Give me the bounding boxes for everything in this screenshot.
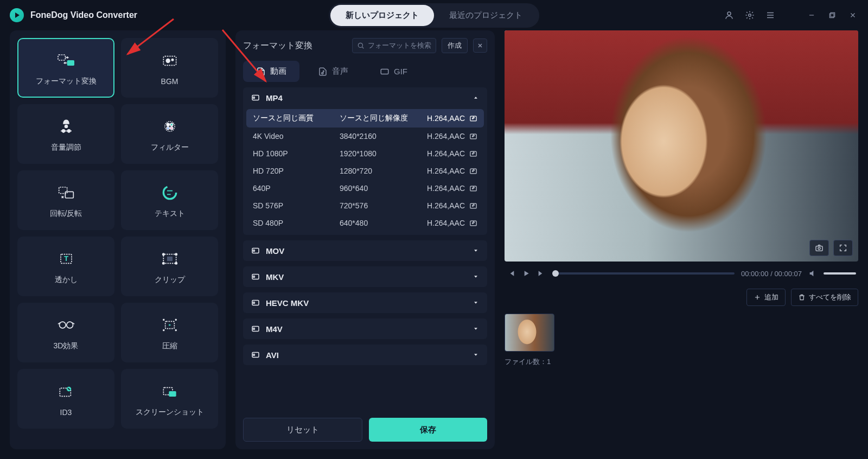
format-row[interactable]: HD 1080P1920*1080H.264,AAC: [246, 145, 484, 162]
seek-slider[interactable]: [552, 272, 735, 275]
chevron-down-icon: [472, 247, 480, 254]
tool-label: BGM: [161, 77, 178, 86]
tool-0[interactable]: フォーマット変換: [17, 38, 114, 98]
tool-5[interactable]: テキスト: [121, 170, 218, 230]
format-group[interactable]: M4V: [243, 318, 487, 339]
window-close[interactable]: [847, 10, 858, 21]
format-panel: フォーマット変換 フォーマットを検索 作成 動画 音声 GIF: [235, 30, 495, 449]
edit-icon[interactable]: [469, 114, 477, 123]
tab-recent-projects[interactable]: 最近のプロジェクト: [434, 5, 538, 26]
svg-point-12: [164, 122, 174, 131]
media-tab-video[interactable]: 動画: [243, 61, 299, 82]
svg-point-25: [175, 253, 177, 255]
svg-point-24: [162, 253, 164, 255]
svg-rect-37: [381, 69, 388, 74]
panel-close-button[interactable]: [473, 39, 487, 53]
format-row[interactable]: SD 576P720*576H.264,AAC: [246, 197, 484, 214]
file-thumbnail[interactable]: [505, 314, 554, 352]
format-group[interactable]: HEVC MKV: [243, 292, 487, 313]
format-group-mp4[interactable]: MP4: [243, 87, 487, 108]
search-icon: [357, 42, 365, 49]
tool-2[interactable]: 音量調節: [17, 104, 114, 164]
svg-text:T: T: [63, 254, 68, 263]
chevron-down-icon: [472, 351, 480, 359]
next-button[interactable]: [537, 269, 546, 278]
edit-icon[interactable]: [469, 132, 477, 141]
fullscreen-button[interactable]: [833, 240, 853, 256]
tool-label: 3D効果: [54, 341, 79, 351]
play-icon: [522, 269, 531, 278]
svg-point-10: [62, 130, 65, 132]
format-row[interactable]: SD 480P640*480H.264,AAC: [246, 214, 484, 232]
tool-7[interactable]: クリップ: [121, 237, 218, 296]
format-row[interactable]: 4K Video3840*2160H.264,AAC: [246, 127, 484, 145]
svg-point-16: [170, 127, 173, 130]
tool-label: テキスト: [155, 209, 185, 219]
svg-point-26: [162, 263, 164, 264]
svg-point-29: [66, 322, 73, 328]
svg-point-15: [167, 127, 169, 130]
svg-point-19: [163, 186, 176, 199]
format-row[interactable]: HD 720P1280*720H.264,AAC: [246, 162, 484, 180]
tool-1[interactable]: BGM: [121, 38, 218, 98]
tool-label: フィルター: [151, 143, 189, 152]
tool-3[interactable]: フィルター: [121, 104, 218, 164]
media-tab-audio[interactable]: 音声: [305, 61, 361, 82]
svg-point-11: [67, 130, 70, 132]
panel-title: フォーマット変換: [243, 40, 312, 52]
edit-icon[interactable]: [469, 219, 477, 227]
search-input[interactable]: フォーマットを検索: [352, 38, 436, 53]
video-preview[interactable]: [505, 30, 858, 262]
edit-icon[interactable]: [469, 150, 477, 158]
volume-slider[interactable]: [824, 272, 856, 275]
edit-icon[interactable]: [469, 167, 477, 175]
tool-10[interactable]: ID3: [17, 369, 114, 429]
delete-all-button[interactable]: すべてを削除: [791, 289, 858, 306]
tool-11[interactable]: スクリーンショット: [121, 369, 218, 429]
add-button[interactable]: 追加: [746, 289, 786, 306]
tool-8[interactable]: 3D効果: [17, 303, 114, 362]
format-row[interactable]: 640P960*640H.264,AAC: [246, 180, 484, 197]
svg-rect-23: [167, 257, 173, 261]
prev-button[interactable]: [507, 269, 515, 278]
volume-icon[interactable]: [808, 269, 817, 278]
create-button[interactable]: 作成: [442, 38, 468, 53]
tool-icon: [54, 116, 78, 137]
svg-point-9: [65, 125, 67, 128]
format-group[interactable]: MKV: [243, 266, 487, 287]
snapshot-button[interactable]: [809, 240, 829, 256]
tool-icon: [158, 116, 182, 137]
tool-4[interactable]: 回転/反転: [17, 170, 114, 230]
settings-icon[interactable]: [744, 10, 755, 21]
media-tab-gif[interactable]: GIF: [367, 61, 420, 82]
tool-9[interactable]: 圧縮: [121, 303, 218, 362]
skip-back-icon: [507, 269, 515, 278]
save-button[interactable]: 保存: [369, 418, 487, 442]
svg-point-56: [253, 354, 255, 356]
svg-point-52: [253, 302, 255, 304]
svg-rect-18: [65, 192, 73, 198]
tool-icon: [158, 248, 182, 270]
format-group[interactable]: MOV: [243, 240, 487, 261]
svg-point-28: [59, 322, 66, 328]
window-maximize[interactable]: [827, 10, 838, 21]
trash-icon: [798, 294, 806, 301]
fullscreen-icon: [839, 244, 847, 252]
tab-new-project[interactable]: 新しいプロジェクト: [330, 5, 434, 26]
format-group[interactable]: AVI: [243, 345, 487, 365]
format-row[interactable]: ソースと同じ画質ソースと同じ解像度H.264,AAC: [246, 109, 484, 127]
svg-point-50: [253, 276, 255, 278]
svg-rect-57: [816, 246, 822, 251]
reset-button[interactable]: リセット: [243, 418, 362, 442]
tool-6[interactable]: T透かし: [17, 237, 114, 296]
edit-icon[interactable]: [469, 184, 477, 193]
tools-sidebar: フォーマット変換BGM音量調節フィルター回転/反転テキストT透かしクリップ3D効…: [10, 30, 226, 449]
svg-point-48: [253, 250, 255, 252]
tool-label: フォーマット変換: [36, 76, 97, 86]
window-minimize[interactable]: [806, 10, 817, 21]
account-icon[interactable]: [724, 10, 735, 21]
menu-icon[interactable]: [765, 10, 776, 21]
play-button[interactable]: [522, 269, 531, 278]
time-display: 00:00:00 / 00:00:07: [741, 270, 802, 278]
edit-icon[interactable]: [469, 202, 477, 210]
